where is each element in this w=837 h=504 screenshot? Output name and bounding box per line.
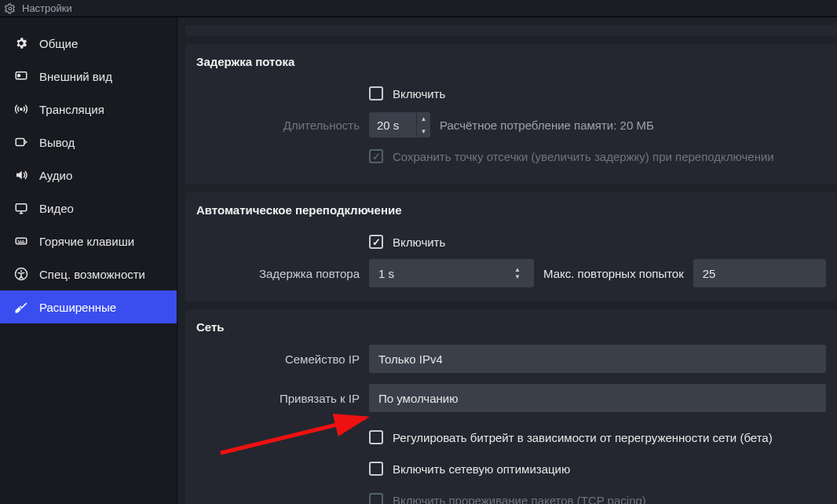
sidebar-item-appearance[interactable]: Внешний вид — [0, 60, 177, 93]
bind-ip-label: Привязать к IP — [196, 392, 369, 405]
sidebar-item-label: Аудио — [39, 169, 72, 182]
sidebar-item-accessibility[interactable]: Спец. возможности — [0, 257, 177, 290]
svg-rect-4 — [16, 139, 24, 146]
sidebar-item-general[interactable]: Общие — [0, 27, 177, 60]
stream-delay-duration-label: Длительность — [196, 119, 369, 132]
ip-family-value: Только IPv4 — [378, 352, 443, 366]
settings-window-icon — [5, 3, 16, 14]
svg-point-8 — [20, 270, 22, 272]
settings-sidebar: Общие Внешний вид Трансляция Вывод Аудио — [0, 17, 177, 504]
sidebar-item-label: Спец. возможности — [39, 268, 145, 281]
keyboard-icon — [14, 234, 28, 248]
section-title: Автоматическое переподключение — [196, 203, 826, 217]
output-icon — [14, 135, 28, 149]
sidebar-item-output[interactable]: Вывод — [0, 126, 177, 159]
auto-reconnect-enable-label: Включить — [393, 236, 445, 249]
sidebar-item-label: Трансляция — [39, 103, 104, 116]
sidebar-item-label: Внешний вид — [39, 70, 112, 83]
section-stream-delay: Задержка потока Включить Длительность — [185, 44, 837, 184]
monitor-icon — [14, 201, 28, 215]
retry-delay-spinbox[interactable]: 1 s ▲ ▼ — [369, 259, 534, 287]
section-auto-reconnect: Автоматическое переподключение Включить … — [185, 192, 837, 301]
svg-rect-5 — [16, 204, 27, 211]
titlebar: Настройки — [0, 0, 837, 17]
window-title: Настройки — [22, 2, 72, 14]
network-optimization-label: Включить сетевую оптимизацию — [393, 462, 570, 476]
dynamic-bitrate-label: Регулировать битрейт в зависимости от пе… — [393, 431, 773, 444]
tools-icon — [14, 300, 28, 314]
spin-up-icon[interactable]: ▲ — [417, 112, 430, 125]
tcp-pacing-checkbox — [369, 493, 383, 504]
stream-delay-duration-input[interactable] — [369, 112, 416, 137]
gear-icon — [14, 36, 28, 50]
section-title: Сеть — [196, 320, 826, 334]
max-retries-label: Макс. повторных попыток — [543, 267, 684, 280]
stream-delay-preserve-checkbox — [369, 149, 383, 163]
stream-delay-preserve-label: Сохранить точку отсечки (увеличить задер… — [393, 150, 774, 163]
appearance-icon — [14, 69, 28, 83]
spin-down-icon[interactable]: ▼ — [510, 273, 524, 280]
svg-point-0 — [9, 7, 12, 10]
bind-ip-select[interactable]: По умолчанию — [369, 384, 826, 412]
sidebar-item-label: Вывод — [39, 136, 75, 149]
prev-section-edge — [185, 25, 837, 36]
retry-delay-value: 1 s — [378, 267, 394, 280]
sidebar-item-label: Расширенные — [39, 301, 116, 314]
svg-point-2 — [18, 75, 20, 77]
settings-content: Задержка потока Включить Длительность — [177, 17, 837, 504]
accessibility-icon — [14, 267, 28, 281]
section-network: Сеть Семейство IP Только IPv4 Привязать … — [185, 309, 837, 504]
max-retries-value: 25 — [703, 267, 716, 280]
antenna-icon — [14, 102, 28, 116]
dynamic-bitrate-checkbox[interactable] — [369, 430, 383, 444]
sidebar-item-hotkeys[interactable]: Горячие клавиши — [0, 225, 177, 257]
bind-ip-value: По умолчанию — [378, 392, 458, 405]
svg-rect-6 — [16, 238, 27, 244]
sidebar-item-audio[interactable]: Аудио — [0, 159, 177, 192]
sidebar-item-label: Видео — [39, 202, 74, 215]
sidebar-item-advanced[interactable]: Расширенные — [0, 290, 177, 323]
section-title: Задержка потока — [196, 55, 826, 68]
sidebar-item-label: Общие — [39, 37, 78, 50]
svg-point-3 — [20, 108, 22, 110]
max-retries-spinbox[interactable]: 25 — [693, 259, 826, 287]
retry-delay-label: Задержка повтора — [196, 267, 369, 280]
sidebar-item-stream[interactable]: Трансляция — [0, 93, 177, 126]
spin-down-icon[interactable]: ▼ — [417, 125, 430, 137]
ip-family-label: Семейство IP — [196, 352, 369, 366]
stream-delay-enable-checkbox[interactable] — [369, 86, 383, 100]
auto-reconnect-enable-checkbox[interactable] — [369, 235, 383, 249]
sidebar-item-video[interactable]: Видео — [0, 192, 177, 225]
sidebar-item-label: Горячие клавиши — [39, 235, 134, 248]
stream-delay-duration-spinbox[interactable]: ▲ ▼ — [369, 112, 430, 137]
speaker-icon — [14, 168, 28, 182]
spin-up-icon[interactable]: ▲ — [510, 266, 524, 273]
stream-delay-memory-hint: Расчётное потребление памяти: 20 МБ — [440, 119, 654, 132]
network-optimization-checkbox[interactable] — [369, 462, 383, 476]
stream-delay-enable-label: Включить — [393, 87, 445, 100]
ip-family-select[interactable]: Только IPv4 — [369, 345, 826, 373]
tcp-pacing-label: Включить прореживание пакетов (TCP pacin… — [393, 494, 646, 505]
